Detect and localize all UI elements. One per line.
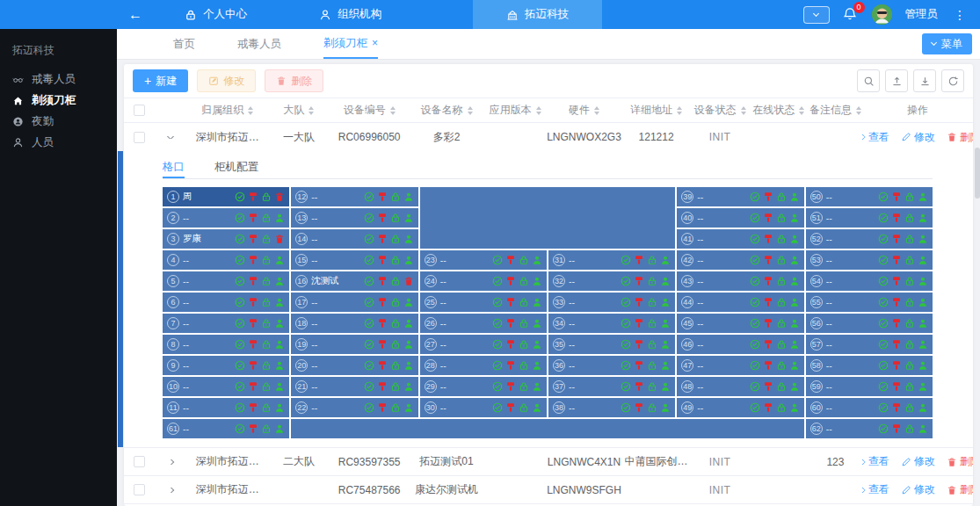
check-icon[interactable] (235, 318, 245, 329)
avatar[interactable] (872, 4, 892, 25)
lock-icon[interactable] (647, 255, 657, 265)
sort-icon[interactable] (468, 106, 473, 115)
razor-icon[interactable] (248, 402, 258, 413)
razor-icon[interactable] (248, 297, 258, 307)
lock-icon[interactable] (390, 213, 401, 223)
person-icon[interactable] (532, 276, 542, 286)
person-icon[interactable] (789, 192, 800, 202)
check-icon[interactable] (364, 381, 374, 392)
check-icon[interactable] (621, 360, 631, 371)
tab-rehab-personnel[interactable]: 戒毒人员 (237, 29, 281, 59)
header-hardware[interactable]: 硬件 (547, 103, 621, 118)
sidebar-item-personnel[interactable]: 人员 (0, 132, 117, 153)
person-icon[interactable] (532, 360, 542, 371)
lock-icon[interactable] (647, 318, 657, 329)
razor-icon[interactable] (248, 234, 258, 244)
razor-icon[interactable] (891, 402, 902, 413)
locker-cell-61[interactable]: 61-- (163, 419, 289, 438)
header-team[interactable]: 大队 (268, 103, 330, 118)
person-icon[interactable] (274, 255, 285, 265)
lock-icon[interactable] (776, 213, 787, 223)
row-checkbox[interactable] (134, 132, 145, 143)
lock-icon[interactable] (904, 402, 915, 413)
locker-cell-32[interactable]: 32-- (548, 271, 675, 291)
table-row[interactable]: 深圳市拓迈… 二大队 RC93597355 拓迈测试01 LNGNWC4X1N … (124, 448, 973, 476)
razor-icon[interactable] (891, 192, 902, 202)
person-icon[interactable] (274, 402, 285, 413)
sort-icon[interactable] (799, 106, 804, 115)
locker-cell-9[interactable]: 9-- (163, 356, 289, 375)
person-icon[interactable] (789, 339, 800, 350)
check-icon[interactable] (621, 402, 631, 413)
locker-cell-38[interactable]: 38-- (548, 398, 675, 417)
locker-cell-56[interactable]: 56-- (806, 314, 933, 333)
lock-icon[interactable] (647, 339, 657, 350)
scrollbar-thumb[interactable] (975, 148, 980, 199)
person-icon[interactable] (918, 276, 928, 286)
download-button[interactable] (913, 69, 936, 92)
check-icon[interactable] (235, 402, 245, 413)
lock-icon[interactable] (390, 234, 401, 244)
person-icon[interactable] (274, 339, 285, 350)
locker-cell-44[interactable]: 44-- (677, 293, 803, 312)
razor-icon[interactable] (248, 255, 258, 265)
locker-cell-29[interactable]: 29-- (420, 377, 547, 396)
razor-icon[interactable] (505, 276, 516, 286)
view-link[interactable]: 查看 (862, 130, 889, 145)
locker-cell-50[interactable]: 50-- (806, 187, 933, 206)
razor-icon[interactable] (891, 276, 902, 286)
razor-icon[interactable] (505, 402, 516, 413)
locker-cell-28[interactable]: 28-- (420, 356, 547, 375)
edit-link[interactable]: 修改 (901, 482, 935, 497)
person-icon[interactable] (918, 402, 928, 413)
razor-icon[interactable] (505, 381, 516, 392)
check-icon[interactable] (235, 234, 245, 244)
check-icon[interactable] (364, 360, 374, 371)
person-icon[interactable] (532, 318, 542, 329)
razor-icon[interactable] (377, 255, 388, 265)
sort-icon[interactable] (309, 106, 314, 115)
lock-icon[interactable] (261, 255, 272, 265)
razor-icon[interactable] (634, 360, 644, 371)
razor-icon[interactable] (891, 234, 902, 244)
lock-icon[interactable] (904, 213, 915, 223)
lock-icon[interactable] (261, 318, 272, 329)
locker-cell-2[interactable]: 2-- (163, 208, 289, 228)
check-icon[interactable] (878, 339, 889, 350)
check-icon[interactable] (235, 255, 245, 265)
razor-icon[interactable] (891, 255, 902, 265)
sort-icon[interactable] (248, 106, 253, 115)
view-link[interactable]: 查看 (862, 454, 889, 469)
razor-icon[interactable] (634, 318, 644, 329)
locker-cell-14[interactable]: 14-- (291, 229, 417, 249)
person-icon[interactable] (532, 297, 542, 307)
locker-cell-41[interactable]: 41-- (677, 229, 803, 249)
check-icon[interactable] (492, 339, 503, 350)
check-icon[interactable] (235, 297, 245, 307)
locker-cell-54[interactable]: 54-- (806, 271, 933, 291)
check-icon[interactable] (235, 213, 245, 223)
locker-cell-10[interactable]: 10-- (163, 377, 289, 396)
lock-icon[interactable] (390, 255, 401, 265)
lock-icon[interactable] (261, 192, 272, 202)
locker-cell-6[interactable]: 6-- (163, 293, 289, 312)
check-icon[interactable] (621, 318, 631, 329)
razor-icon[interactable] (505, 297, 516, 307)
close-tab-icon[interactable]: × (372, 28, 378, 58)
check-icon[interactable] (750, 360, 760, 371)
razor-icon[interactable] (505, 255, 516, 265)
check-icon[interactable] (750, 255, 760, 265)
lock-icon[interactable] (776, 360, 787, 371)
check-icon[interactable] (878, 318, 889, 329)
person-icon[interactable] (403, 318, 414, 329)
check-icon[interactable] (750, 339, 760, 350)
person-icon[interactable] (403, 213, 414, 223)
lock-icon[interactable] (261, 360, 272, 371)
locker-cell-20[interactable]: 20-- (291, 356, 417, 375)
lock-icon[interactable] (904, 360, 915, 371)
new-button[interactable]: + 新建 (133, 69, 188, 92)
razor-icon[interactable] (891, 213, 902, 223)
trash-icon[interactable] (274, 234, 285, 244)
check-icon[interactable] (750, 381, 760, 392)
locker-cell-4[interactable]: 4-- (163, 250, 289, 270)
